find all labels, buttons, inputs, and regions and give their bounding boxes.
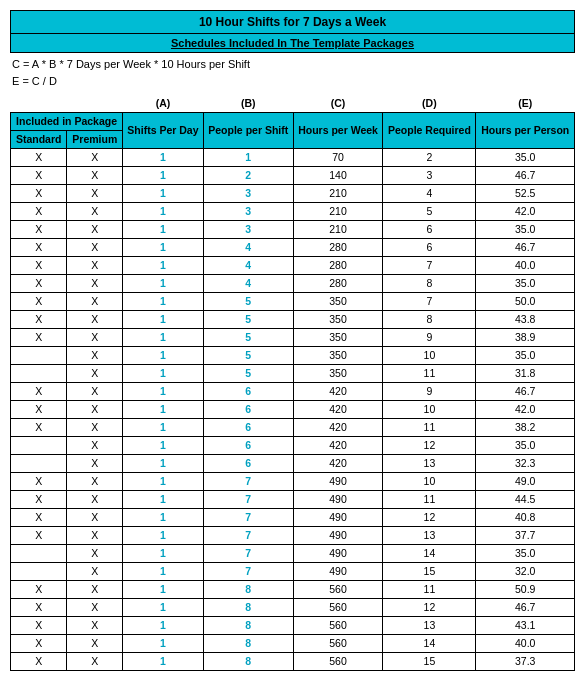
table-cell: 420 <box>293 400 383 418</box>
table-cell: 1 <box>123 472 204 490</box>
table-row: XX185601343.1 <box>11 616 575 634</box>
table-row: XX14280646.7 <box>11 238 575 256</box>
table-cell: 8 <box>203 598 293 616</box>
table-cell: 11 <box>383 418 476 436</box>
table-cell: X <box>67 220 123 238</box>
table-cell: 5 <box>203 328 293 346</box>
table-row: X164201332.3 <box>11 454 575 472</box>
table-row: XX174901240.8 <box>11 508 575 526</box>
table-cell: 490 <box>293 526 383 544</box>
table-cell: 280 <box>293 238 383 256</box>
table-cell: X <box>11 202 67 220</box>
table-cell: X <box>67 202 123 220</box>
table-cell: 5 <box>203 346 293 364</box>
table-row: XX185601246.7 <box>11 598 575 616</box>
table-cell: 1 <box>123 184 204 202</box>
table-cell: 2 <box>383 148 476 166</box>
table-cell: 6 <box>203 418 293 436</box>
table-cell: 1 <box>123 346 204 364</box>
table-row: XX14280740.0 <box>11 256 575 274</box>
table-cell <box>11 436 67 454</box>
table-cell: 420 <box>293 382 383 400</box>
table-cell: X <box>67 490 123 508</box>
table-cell: 420 <box>293 454 383 472</box>
table-cell <box>11 544 67 562</box>
table-cell: X <box>67 472 123 490</box>
table-cell: 10 <box>383 400 476 418</box>
table-cell: 280 <box>293 274 383 292</box>
table-cell: 1 <box>123 202 204 220</box>
table-cell: 350 <box>293 310 383 328</box>
table-cell: 210 <box>293 220 383 238</box>
table-cell: 37.3 <box>476 652 575 670</box>
table-row: XX15350938.9 <box>11 328 575 346</box>
included-header: Included in Package <box>11 112 123 130</box>
table-cell: 35.0 <box>476 148 575 166</box>
table-cell: 8 <box>383 274 476 292</box>
table-cell: 44.5 <box>476 490 575 508</box>
table-cell: 32.3 <box>476 454 575 472</box>
table-cell: 70 <box>293 148 383 166</box>
table-cell: 13 <box>383 526 476 544</box>
table-cell: 560 <box>293 580 383 598</box>
table-cell: 490 <box>293 544 383 562</box>
table-cell: 1 <box>123 220 204 238</box>
table-cell: 1 <box>123 508 204 526</box>
table-cell: 350 <box>293 346 383 364</box>
table-cell: 490 <box>293 472 383 490</box>
table-row: XX174901049.0 <box>11 472 575 490</box>
table-cell: X <box>67 400 123 418</box>
table-cell: X <box>11 508 67 526</box>
table-row: XX185601150.9 <box>11 580 575 598</box>
col-b-label: (B) <box>203 94 293 112</box>
table-row: XX13210452.5 <box>11 184 575 202</box>
hours-person-header: Hours per Person <box>476 112 575 148</box>
table-cell: 8 <box>203 652 293 670</box>
main-table: (A) (B) (C) (D) (E) Included in Package … <box>10 94 575 671</box>
table-cell: 46.7 <box>476 598 575 616</box>
table-cell: 43.8 <box>476 310 575 328</box>
table-cell: X <box>67 526 123 544</box>
table-cell: X <box>11 382 67 400</box>
table-cell: 50.9 <box>476 580 575 598</box>
table-cell: 40.0 <box>476 634 575 652</box>
sub-title: Schedules Included In The Template Packa… <box>10 34 575 53</box>
premium-header: Premium <box>67 130 123 148</box>
table-row: X153501035.0 <box>11 346 575 364</box>
table-cell: 31.8 <box>476 364 575 382</box>
table-cell: 560 <box>293 616 383 634</box>
table-cell: 3 <box>383 166 476 184</box>
table-cell: 1 <box>123 382 204 400</box>
table-cell: 6 <box>203 382 293 400</box>
table-cell: X <box>11 310 67 328</box>
table-cell: X <box>11 490 67 508</box>
table-cell: 1 <box>123 562 204 580</box>
table-cell: 7 <box>203 526 293 544</box>
table-row: X174901435.0 <box>11 544 575 562</box>
table-cell: X <box>11 328 67 346</box>
table-row: XX15350750.0 <box>11 292 575 310</box>
table-cell: 6 <box>203 454 293 472</box>
table-cell: X <box>11 580 67 598</box>
table-row: XX12140346.7 <box>11 166 575 184</box>
hours-week-header: Hours per Week <box>293 112 383 148</box>
table-cell: X <box>67 166 123 184</box>
table-cell: 12 <box>383 598 476 616</box>
table-cell: 49.0 <box>476 472 575 490</box>
table-cell: 1 <box>123 292 204 310</box>
table-cell: 560 <box>293 652 383 670</box>
col-e-label: (E) <box>476 94 575 112</box>
table-row: XX13210542.0 <box>11 202 575 220</box>
table-cell: 6 <box>203 436 293 454</box>
table-cell: 12 <box>383 508 476 526</box>
table-cell: 46.7 <box>476 382 575 400</box>
table-cell: 1 <box>123 436 204 454</box>
table-cell: X <box>11 400 67 418</box>
table-cell: X <box>11 274 67 292</box>
table-cell: 5 <box>383 202 476 220</box>
table-cell: 4 <box>203 274 293 292</box>
table-cell: X <box>67 598 123 616</box>
table-row: XX185601440.0 <box>11 634 575 652</box>
people-shift-header: People per Shift <box>203 112 293 148</box>
table-cell: 7 <box>203 544 293 562</box>
